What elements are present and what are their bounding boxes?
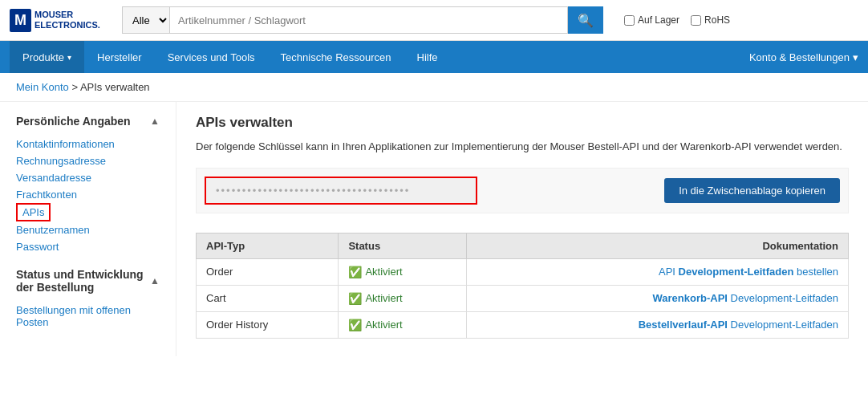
doc-link-cart[interactable]: Warenkorb-API Development-Leitfaden [653,292,838,304]
sidebar-section-status-title: Status und Entwicklung der Bestellung ▲ [16,268,160,294]
check-icon: ✅ [348,319,362,331]
nav-item-produkte[interactable]: Produkte ▾ [10,41,84,73]
sidebar-link-kontakt[interactable]: Kontaktinformationen [16,136,160,152]
col-header-status: Status [339,233,467,258]
sidebar-section-status: Status und Entwicklung der Bestellung ▲ … [16,268,160,331]
sidebar-link-rechnung[interactable]: Rechnungsadresse [16,152,160,169]
api-key-field: ••••••••••••••••••••••••••••••••••••• [205,177,477,205]
sidebar-link-versand[interactable]: Versandadresse [16,169,160,186]
breadcrumb-separator: > [71,81,80,93]
nav-services-label: Services und Tools [168,51,255,63]
content-area: Persönliche Angaben ▲ Kontaktinformation… [0,102,868,356]
nav-produkte-arrow: ▾ [67,53,71,62]
auf-lager-label: Auf Lager [638,14,679,26]
auf-lager-checkbox[interactable] [624,15,635,26]
row-doc-history: Bestellverlauf-API Development-Leitfaden [467,311,849,338]
filter-checkboxes: Auf Lager RoHS [624,14,730,26]
breadcrumb-link[interactable]: Mein Konto [16,81,69,93]
check-icon: ✅ [348,292,362,305]
sidebar: Persönliche Angaben ▲ Kontaktinformation… [0,102,176,356]
rohs-checkbox-label[interactable]: RoHS [691,14,730,26]
main-title: APIs verwalten [196,115,849,131]
nav-konto-arrow: ▾ [853,51,858,63]
sidebar-section-personal-title: Persönliche Angaben ▲ [16,115,160,128]
status-active-order: ✅ Aktiviert [348,266,456,278]
row-type-history: Order History [197,311,339,338]
sidebar-status-label: Status und Entwicklung der Bestellung [16,268,150,294]
api-table-header-row: API-Typ Status Dokumentation [197,233,849,258]
sidebar-link-bestellungen[interactable]: Bestellungen mit offenen Posten [16,302,160,331]
nav-hilfe-label: Hilfe [417,51,438,63]
sidebar-link-benutzer[interactable]: Benutzernamen [16,221,160,238]
table-row: Order ✅ Aktiviert API Development-Leitfa… [197,258,849,285]
status-label-cart: Aktiviert [365,292,402,304]
status-label-history: Aktiviert [365,319,402,331]
api-key-row: ••••••••••••••••••••••••••••••••••••• In… [196,168,849,213]
table-row: Cart ✅ Aktiviert Warenkorb-API Developme… [197,285,849,311]
logo-letter: M [10,9,31,32]
nav-konto-label: Konto & Bestellungen [749,51,850,63]
search-category-dropdown[interactable]: Alle [122,6,169,34]
search-input[interactable] [169,6,568,34]
rohs-label: RoHS [704,14,730,26]
api-table: API-Typ Status Dokumentation Order ✅ Akt… [196,233,849,339]
logo: M MOUSERELECTRONICS. [10,9,106,32]
row-status-cart: ✅ Aktiviert [339,285,467,311]
row-doc-cart: Warenkorb-API Development-Leitfaden [467,285,849,311]
nav-item-hersteller[interactable]: Hersteller [84,41,155,73]
status-label-order: Aktiviert [365,266,402,278]
sidebar-link-apis[interactable]: APIs [16,203,51,221]
nav-tech-label: Technische Ressourcen [281,51,391,63]
rohs-checkbox[interactable] [691,15,701,26]
search-area: Alle 🔍 [122,6,603,34]
sidebar-status-arrow[interactable]: ▲ [150,275,160,286]
navbar: Produkte ▾ Hersteller Services und Tools… [0,41,868,73]
page-header: M MOUSERELECTRONICS. Alle 🔍 Auf Lager Ro… [0,0,868,41]
status-active-history: ✅ Aktiviert [348,319,456,331]
sidebar-section-personal: Persönliche Angaben ▲ Kontaktinformation… [16,115,160,255]
breadcrumb: Mein Konto > APIs verwalten [0,73,868,102]
table-row: Order History ✅ Aktiviert Bestellverlauf… [197,311,849,338]
nav-hersteller-label: Hersteller [97,51,142,63]
copy-button[interactable]: In die Zwischenablage kopieren [664,178,840,203]
status-active-cart: ✅ Aktiviert [348,292,456,305]
api-table-body: Order ✅ Aktiviert API Development-Leitfa… [197,258,849,338]
main-description: Der folgende Schlüssel kann in Ihren App… [196,139,849,155]
sidebar-collapse-arrow[interactable]: ▲ [150,116,160,127]
nav-produkte-label: Produkte [22,51,64,63]
search-button[interactable]: 🔍 [568,6,603,34]
sidebar-link-fracht[interactable]: Frachtkonten [16,186,160,203]
doc-link-order[interactable]: API Development-Leitfaden bestellen [659,266,838,278]
check-icon: ✅ [348,266,362,278]
sidebar-personal-label: Persönliche Angaben [16,115,131,128]
nav-item-hilfe[interactable]: Hilfe [404,41,451,73]
row-type-cart: Cart [197,285,339,311]
breadcrumb-current: APIs verwalten [80,81,150,93]
nav-item-tech[interactable]: Technische Ressourcen [268,41,404,73]
sidebar-link-passwort[interactable]: Passwort [16,238,160,255]
row-type-order: Order [197,258,339,285]
row-doc-order: API Development-Leitfaden bestellen [467,258,849,285]
col-header-type: API-Typ [197,233,339,258]
col-header-doc: Dokumentation [467,233,849,258]
api-table-head: API-Typ Status Dokumentation [197,233,849,258]
main-content: APIs verwalten Der folgende Schlüssel ka… [176,102,868,356]
nav-konto[interactable]: Konto & Bestellungen ▾ [749,51,858,63]
auf-lager-checkbox-label[interactable]: Auf Lager [624,14,679,26]
logo-name: MOUSERELECTRONICS. [34,10,100,30]
row-status-order: ✅ Aktiviert [339,258,467,285]
nav-left: Produkte ▾ Hersteller Services und Tools… [10,41,451,73]
doc-link-history[interactable]: Bestellverlauf-API Development-Leitfaden [639,319,838,331]
nav-item-services[interactable]: Services und Tools [155,41,268,73]
row-status-history: ✅ Aktiviert [339,311,467,338]
